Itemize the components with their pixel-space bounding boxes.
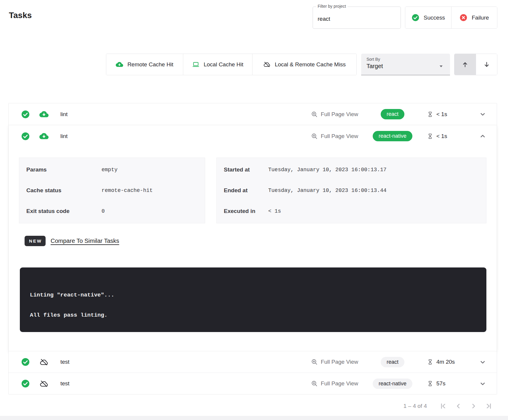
cache-status-value: remote-cache-hit	[102, 187, 153, 193]
expand-row-button[interactable]	[479, 110, 487, 118]
arrow-down-icon	[483, 61, 491, 68]
cloud-off-icon	[39, 358, 49, 367]
duration-text: 57s	[436, 380, 446, 387]
sort-direction-toggle	[454, 54, 497, 75]
project-filter-input[interactable]	[313, 7, 401, 28]
arrow-up-icon	[461, 61, 469, 68]
cloud-off-icon	[263, 61, 271, 68]
timing-panel: Started at Tuesday, January 10, 2023 16:…	[216, 158, 486, 223]
full-page-view-label: Full Page View	[321, 133, 358, 140]
task-row[interactable]: lint Full Page View react-native < 1s	[9, 125, 497, 147]
project-filter-field: Filter by project	[313, 7, 401, 29]
started-at-label: Started at	[224, 166, 268, 173]
project-filter-label: Filter by project	[316, 4, 348, 9]
sort-ascending-button[interactable]	[454, 54, 476, 75]
terminal-output: Linting "react-native"... All files pass…	[20, 267, 486, 332]
expanded-task-panel: lint Full Page View react-native < 1s	[9, 125, 497, 351]
cloud-off-icon	[39, 379, 49, 388]
last-page-button[interactable]	[481, 398, 497, 414]
local-cache-hit-filter-button[interactable]: Local Cache Hit	[183, 54, 252, 75]
first-page-button[interactable]	[435, 398, 451, 414]
task-duration: < 1s	[427, 133, 468, 140]
full-page-view-button[interactable]: Full Page View	[311, 358, 358, 366]
duration-text: 4m 20s	[436, 359, 455, 365]
chevron-down-icon	[479, 380, 487, 388]
status-success-icon	[21, 358, 30, 366]
executed-in-value: < 1s	[268, 208, 281, 214]
last-page-icon	[485, 402, 493, 411]
full-page-view-button[interactable]: Full Page View	[311, 133, 358, 140]
failure-filter-button[interactable]: Failure	[451, 7, 497, 28]
chevron-up-icon	[479, 132, 487, 140]
cache-status-label: Cache status	[26, 187, 102, 194]
task-row[interactable]: lint Full Page View react < 1s	[9, 103, 497, 125]
ended-at-value: Tuesday, January 10, 2023 16:00:13.44	[268, 187, 387, 193]
first-page-icon	[438, 402, 447, 411]
cloud-download-icon	[39, 132, 49, 141]
previous-page-button[interactable]	[451, 398, 466, 414]
sort-by-select[interactable]: Sort By Target	[361, 54, 450, 75]
pagination-range: 1 – 4 of 4	[403, 403, 427, 409]
task-name: test	[60, 380, 70, 387]
chevron-left-icon	[454, 402, 463, 411]
zoom-in-icon	[311, 133, 318, 140]
expand-row-button[interactable]	[479, 358, 487, 366]
remote-cache-hit-label: Remote Cache Hit	[127, 61, 173, 68]
project-badge: react-native	[373, 379, 412, 389]
status-success-icon	[21, 379, 30, 388]
project-badge: react	[381, 357, 404, 367]
full-page-view-button[interactable]: Full Page View	[311, 111, 358, 118]
zoom-in-icon	[311, 358, 318, 366]
success-filter-button[interactable]: Success	[405, 7, 451, 28]
cache-miss-filter-button[interactable]: Local & Remote Cache Miss	[252, 54, 356, 75]
task-list: lint Full Page View react < 1s	[8, 103, 497, 395]
expand-row-button[interactable]	[479, 380, 487, 388]
cache-miss-label: Local & Remote Cache Miss	[275, 61, 346, 68]
remote-cache-hit-filter-button[interactable]: Remote Cache Hit	[106, 54, 183, 75]
chevron-down-icon	[479, 110, 487, 118]
started-at-value: Tuesday, January 10, 2023 16:00:13.17	[268, 167, 387, 173]
status-success-icon	[21, 110, 30, 119]
failure-filter-label: Failure	[472, 15, 489, 21]
page-title: Tasks	[9, 11, 32, 20]
task-name: lint	[60, 111, 67, 118]
zoom-in-icon	[311, 111, 318, 118]
success-filter-label: Success	[424, 15, 445, 21]
params-label: Params	[26, 166, 102, 173]
full-page-view-button[interactable]: Full Page View	[311, 380, 358, 387]
success-circle-check-icon	[411, 14, 419, 22]
full-page-view-label: Full Page View	[321, 380, 358, 387]
task-name: test	[60, 359, 70, 365]
cloud-download-icon	[39, 110, 49, 119]
new-badge: NEW	[25, 236, 46, 246]
task-details: Params empty Cache status remote-cache-h…	[9, 147, 497, 351]
task-row[interactable]: test Full Page View react-native 57s	[9, 373, 497, 394]
terminal-line: All files pass linting.	[30, 312, 476, 318]
hourglass-icon	[427, 111, 433, 118]
exit-code-label: Exit status code	[26, 208, 102, 214]
chevron-right-icon	[469, 402, 478, 411]
chevron-down-icon	[438, 62, 445, 70]
hourglass-icon	[427, 133, 433, 140]
sort-by-label: Sort By	[366, 57, 445, 62]
pagination: 1 – 4 of 4	[0, 397, 497, 415]
compare-to-similar-tasks-link[interactable]: Compare To Similar Tasks	[51, 238, 119, 244]
full-page-view-label: Full Page View	[321, 111, 358, 118]
task-name: lint	[60, 133, 67, 140]
cache-filter-group: Remote Cache Hit Local Cache Hit Local &…	[106, 54, 357, 75]
executed-in-label: Executed in	[224, 208, 268, 214]
task-duration: 57s	[427, 380, 468, 387]
zoom-in-icon	[311, 380, 318, 387]
next-page-button[interactable]	[466, 398, 481, 414]
duration-text: < 1s	[436, 111, 447, 118]
sort-by-value: Target	[366, 63, 445, 70]
params-panel: Params empty Cache status remote-cache-h…	[19, 158, 205, 223]
sort-descending-button[interactable]	[476, 54, 497, 75]
ended-at-label: Ended at	[224, 187, 268, 194]
hourglass-icon	[427, 380, 433, 387]
local-cache-hit-label: Local Cache Hit	[204, 61, 243, 68]
task-row[interactable]: test Full Page View react 4m 20s	[9, 351, 497, 373]
collapse-row-button[interactable]	[479, 132, 487, 140]
exit-code-value: 0	[102, 208, 105, 214]
full-page-view-label: Full Page View	[321, 359, 358, 365]
